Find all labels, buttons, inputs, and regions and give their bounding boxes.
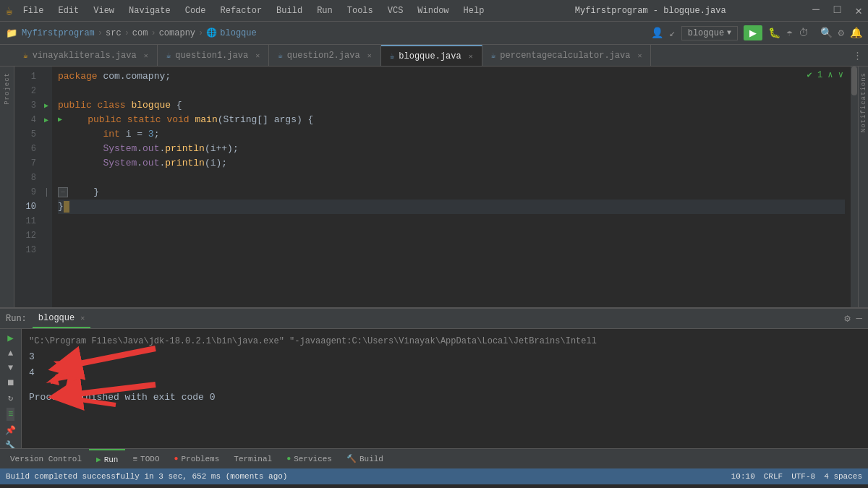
scroll-down-icon[interactable]: ▼ bbox=[8, 363, 13, 373]
tab-blogque[interactable]: ☕ blogque.java ✕ bbox=[381, 45, 482, 66]
version-control-label: Version Control bbox=[10, 455, 82, 463]
run-button[interactable]: ▶ bbox=[744, 25, 762, 40]
tab-todo[interactable]: ≡ TODO bbox=[125, 449, 166, 468]
fold-btn-4[interactable]: ▶ bbox=[44, 116, 48, 124]
tab-close-icon[interactable]: ✕ bbox=[469, 52, 473, 61]
process-message: Process finished with exit code 0 bbox=[29, 390, 861, 406]
indent-display[interactable]: 4 spaces bbox=[824, 472, 862, 481]
maximize-button[interactable]: □ bbox=[834, 4, 841, 18]
line-num-10: 10 bbox=[14, 200, 36, 214]
code-line-6: System.out.println(i++); bbox=[58, 142, 845, 156]
output-line-4: 4 bbox=[29, 365, 861, 381]
wrench-icon[interactable]: 🔧 bbox=[5, 440, 16, 448]
debug-button[interactable]: 🐛 bbox=[768, 27, 780, 39]
line-num-7: 7 bbox=[14, 156, 36, 171]
menu-refactor[interactable]: Refactor bbox=[216, 6, 267, 16]
minimize-panel-icon[interactable]: ─ bbox=[856, 313, 862, 325]
minimize-button[interactable]: ─ bbox=[812, 4, 820, 18]
menu-code[interactable]: Code bbox=[181, 6, 210, 16]
coverage-button[interactable]: ☂ bbox=[786, 27, 792, 39]
problems-label: Problems bbox=[182, 455, 220, 463]
search-everywhere-icon[interactable]: 🔍 bbox=[820, 27, 833, 39]
more-icon[interactable]: 🔔 bbox=[850, 27, 862, 39]
tab-close-icon[interactable]: ✕ bbox=[367, 51, 372, 60]
settings-icon[interactable]: ⚙ bbox=[838, 27, 844, 39]
bottom-tabs-bar: Version Control ▶ Run ≡ TODO ● Problems … bbox=[0, 448, 868, 468]
tab-problems[interactable]: ● Problems bbox=[166, 449, 226, 468]
editor-panel: 1 2 3 4 5 6 7 8 9 10 11 12 13 ▶ ▶ bbox=[14, 67, 858, 307]
tab-version-control[interactable]: Version Control bbox=[3, 449, 89, 468]
menu-tools[interactable]: Tools bbox=[343, 6, 378, 16]
java-icon: ☕ bbox=[390, 51, 395, 61]
menu-help[interactable]: Help bbox=[459, 6, 489, 16]
line-num-2: 2 bbox=[14, 84, 36, 98]
breadcrumb-company[interactable]: comapny bbox=[159, 28, 195, 38]
pin-icon[interactable]: 📌 bbox=[5, 425, 16, 436]
notifications-sidebar: Notifications bbox=[858, 67, 868, 307]
list-icon[interactable]: ≡ bbox=[7, 408, 14, 421]
run-config-selector[interactable]: blogque ▼ bbox=[681, 26, 738, 40]
tab-close-icon[interactable]: ✕ bbox=[637, 51, 642, 60]
editor-area: Project 1 2 3 4 5 6 7 8 9 10 11 12 13 ▶ … bbox=[0, 67, 868, 307]
tab-question2[interactable]: ☕ question2.java ✕ bbox=[269, 45, 380, 66]
services-label: Services bbox=[294, 455, 332, 463]
tab-label: question1.java bbox=[175, 51, 248, 61]
output-line-3: 3 bbox=[29, 349, 861, 365]
left-sidebar: Project bbox=[0, 67, 14, 307]
charset-display[interactable]: UTF-8 bbox=[791, 472, 815, 481]
toolbar: 📁 Myfirstprogram › src › com › comapny ›… bbox=[0, 22, 868, 45]
menu-build[interactable]: Build bbox=[272, 6, 307, 16]
scrollbar-thumb[interactable] bbox=[851, 67, 857, 95]
menu-run[interactable]: Run bbox=[312, 6, 337, 16]
tab-terminal[interactable]: Terminal bbox=[226, 449, 279, 468]
code-line-4: ▶ public static void main(String[] args)… bbox=[58, 113, 845, 127]
menu-vcs[interactable]: VCS bbox=[383, 6, 408, 16]
menu-file[interactable]: File bbox=[19, 6, 48, 16]
close-button[interactable]: ✕ bbox=[855, 4, 862, 18]
editor-scrollbar[interactable] bbox=[851, 67, 858, 307]
menu-view[interactable]: View bbox=[89, 6, 119, 16]
stop-icon[interactable]: ⏹ bbox=[7, 377, 15, 388]
line-num-3: 3 bbox=[14, 98, 36, 113]
tab-services[interactable]: ● Services bbox=[279, 449, 339, 468]
fold-btn-3[interactable]: ▶ bbox=[41, 98, 52, 113]
tab-close-icon[interactable]: ✕ bbox=[255, 51, 260, 60]
java-icon: ☕ bbox=[23, 51, 28, 60]
code-content[interactable]: package com.comapny; public class blogqu… bbox=[52, 67, 851, 307]
tab-build[interactable]: 🔨 Build bbox=[339, 449, 391, 468]
tab-percentagecalc[interactable]: ☕ percentagecalculator.java ✕ bbox=[482, 45, 652, 66]
run-tab[interactable]: blogque ✕ bbox=[33, 309, 90, 328]
tab-question1[interactable]: ☕ question1.java ✕ bbox=[158, 45, 269, 66]
menu-navigate[interactable]: Navigate bbox=[124, 6, 175, 16]
git-icon[interactable]: ↙ bbox=[669, 27, 675, 39]
search-icon[interactable]: 👤 bbox=[651, 27, 663, 39]
project-icon: 📁 bbox=[6, 27, 17, 39]
tab-close-icon[interactable]: ✕ bbox=[144, 51, 148, 60]
menu-edit[interactable]: Edit bbox=[54, 6, 83, 16]
tab-vinayakliterals[interactable]: ☕ vinayakliterals.java ✕ bbox=[14, 45, 158, 66]
todo-label: TODO bbox=[140, 455, 159, 463]
menu-window[interactable]: Window bbox=[413, 6, 453, 16]
build-status-text: Build completed successfully in 3 sec, 6… bbox=[6, 472, 287, 481]
code-line-12 bbox=[58, 228, 845, 243]
terminal-output: "C:\Program Files\Java\jdk-18.0.2.1\bin\… bbox=[22, 329, 868, 448]
tab-label: vinayakliterals.java bbox=[33, 51, 137, 61]
run-tab-close-icon[interactable]: ✕ bbox=[80, 314, 85, 322]
breadcrumb-file[interactable]: blogque bbox=[220, 28, 256, 38]
settings-icon[interactable]: ⚙ bbox=[844, 312, 850, 325]
more-tabs-button[interactable]: ⋮ bbox=[847, 50, 868, 61]
tab-run[interactable]: ▶ Run bbox=[89, 449, 125, 468]
code-line-7: System.out.println(i); bbox=[58, 156, 845, 171]
project-panel-icon[interactable]: Project bbox=[4, 72, 11, 105]
breadcrumb-com[interactable]: com bbox=[132, 28, 148, 38]
tab-label: blogque.java bbox=[399, 51, 461, 61]
profile-button[interactable]: ⏱ bbox=[799, 27, 809, 39]
breadcrumb-project[interactable]: Myfirstprogram bbox=[22, 28, 95, 38]
breadcrumb-src[interactable]: src bbox=[106, 28, 122, 38]
rerun-icon[interactable]: ↻ bbox=[8, 393, 13, 403]
run-play-icon[interactable]: ▶ bbox=[7, 332, 13, 344]
command-line: "C:\Program Files\Java\jdk-18.0.2.1\bin\… bbox=[29, 333, 861, 349]
run-toolbar: ▶ ▲ ▼ ⏹ ↻ ≡ 📌 🔧 🗑 bbox=[0, 329, 22, 448]
line-ending-display[interactable]: CRLF bbox=[764, 472, 783, 481]
scroll-up-icon[interactable]: ▲ bbox=[8, 348, 13, 359]
